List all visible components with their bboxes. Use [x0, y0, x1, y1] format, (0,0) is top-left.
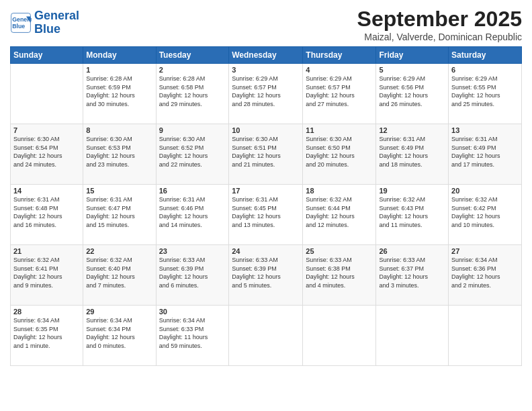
day-info: Sunrise: 6:31 AM Sunset: 6:47 PM Dayligh…: [86, 195, 152, 229]
title-section: September 2025 Maizal, Valverde, Dominic…: [357, 7, 522, 42]
calendar-cell: 3Sunrise: 6:29 AM Sunset: 6:57 PM Daylig…: [229, 64, 303, 124]
day-number: 18: [306, 187, 373, 195]
day-info: Sunrise: 6:30 AM Sunset: 6:51 PM Dayligh…: [232, 135, 300, 169]
logo-text-line1: General: [34, 9, 79, 23]
day-info: Sunrise: 6:33 AM Sunset: 6:37 PM Dayligh…: [379, 256, 445, 289]
day-number: 7: [13, 126, 80, 134]
calendar-cell: 30Sunrise: 6:34 AM Sunset: 6:33 PM Dayli…: [156, 306, 229, 366]
logo: General Blue General Blue: [10, 9, 79, 36]
day-info: Sunrise: 6:32 AM Sunset: 6:43 PM Dayligh…: [379, 195, 445, 229]
day-info: Sunrise: 6:33 AM Sunset: 6:38 PM Dayligh…: [306, 256, 373, 289]
day-info: Sunrise: 6:32 AM Sunset: 6:42 PM Dayligh…: [451, 195, 519, 229]
day-number: 16: [159, 187, 226, 195]
calendar-cell: 16Sunrise: 6:31 AM Sunset: 6:46 PM Dayli…: [156, 185, 229, 245]
day-info: Sunrise: 6:31 AM Sunset: 6:45 PM Dayligh…: [232, 195, 300, 229]
day-number: 21: [13, 247, 80, 255]
logo-icon: General Blue: [10, 12, 32, 34]
calendar-cell: 19Sunrise: 6:32 AM Sunset: 6:43 PM Dayli…: [376, 185, 449, 245]
day-number: 9: [159, 126, 226, 134]
calendar-header-friday: Friday: [376, 47, 449, 64]
day-number: 15: [86, 187, 152, 195]
header: General Blue General Blue September 2025…: [10, 7, 522, 42]
calendar-cell: 27Sunrise: 6:34 AM Sunset: 6:36 PM Dayli…: [449, 245, 522, 306]
calendar-cell: 5Sunrise: 6:29 AM Sunset: 6:56 PM Daylig…: [376, 64, 449, 124]
calendar-cell: 24Sunrise: 6:33 AM Sunset: 6:39 PM Dayli…: [229, 245, 303, 306]
day-info: Sunrise: 6:32 AM Sunset: 6:41 PM Dayligh…: [13, 256, 80, 289]
day-info: Sunrise: 6:31 AM Sunset: 6:48 PM Dayligh…: [13, 195, 80, 229]
day-info: Sunrise: 6:32 AM Sunset: 6:40 PM Dayligh…: [86, 256, 152, 289]
calendar-cell: 20Sunrise: 6:32 AM Sunset: 6:42 PM Dayli…: [449, 185, 522, 245]
day-number: 25: [306, 247, 373, 255]
calendar-header-tuesday: Tuesday: [156, 47, 229, 64]
calendar-cell: 25Sunrise: 6:33 AM Sunset: 6:38 PM Dayli…: [303, 245, 376, 306]
calendar-cell: 8Sunrise: 6:30 AM Sunset: 6:53 PM Daylig…: [83, 124, 156, 185]
calendar-cell: [11, 64, 83, 124]
calendar-cell: 2Sunrise: 6:28 AM Sunset: 6:58 PM Daylig…: [156, 64, 229, 124]
calendar-cell: 12Sunrise: 6:31 AM Sunset: 6:49 PM Dayli…: [376, 124, 449, 185]
day-info: Sunrise: 6:34 AM Sunset: 6:33 PM Dayligh…: [159, 316, 226, 350]
calendar-header-wednesday: Wednesday: [229, 47, 303, 64]
calendar-cell: 17Sunrise: 6:31 AM Sunset: 6:45 PM Dayli…: [229, 185, 303, 245]
day-info: Sunrise: 6:31 AM Sunset: 6:49 PM Dayligh…: [451, 135, 519, 169]
calendar-cell: 29Sunrise: 6:34 AM Sunset: 6:34 PM Dayli…: [83, 306, 156, 366]
calendar-cell: 26Sunrise: 6:33 AM Sunset: 6:37 PM Dayli…: [376, 245, 449, 306]
day-info: Sunrise: 6:31 AM Sunset: 6:46 PM Dayligh…: [159, 195, 226, 229]
day-info: Sunrise: 6:30 AM Sunset: 6:50 PM Dayligh…: [306, 135, 373, 169]
calendar-week-3: 21Sunrise: 6:32 AM Sunset: 6:41 PM Dayli…: [11, 245, 522, 306]
day-info: Sunrise: 6:28 AM Sunset: 6:58 PM Dayligh…: [159, 75, 226, 108]
calendar-week-1: 7Sunrise: 6:30 AM Sunset: 6:54 PM Daylig…: [11, 124, 522, 185]
calendar-cell: 10Sunrise: 6:30 AM Sunset: 6:51 PM Dayli…: [229, 124, 303, 185]
month-title: September 2025: [357, 7, 522, 32]
calendar-header-monday: Monday: [83, 47, 156, 64]
page: General Blue General Blue September 2025…: [0, 0, 532, 411]
calendar-table: SundayMondayTuesdayWednesdayThursdayFrid…: [10, 46, 522, 366]
day-info: Sunrise: 6:30 AM Sunset: 6:53 PM Dayligh…: [86, 135, 152, 169]
day-number: 23: [159, 247, 226, 255]
day-info: Sunrise: 6:29 AM Sunset: 6:57 PM Dayligh…: [232, 75, 300, 108]
day-number: 27: [451, 247, 519, 255]
day-number: 3: [232, 66, 300, 74]
day-number: 28: [13, 308, 80, 316]
day-number: 22: [86, 247, 152, 255]
calendar-cell: 4Sunrise: 6:29 AM Sunset: 6:57 PM Daylig…: [303, 64, 376, 124]
day-info: Sunrise: 6:34 AM Sunset: 6:34 PM Dayligh…: [86, 316, 152, 350]
day-number: 2: [159, 66, 226, 74]
calendar-header-sunday: Sunday: [11, 47, 83, 64]
day-number: 17: [232, 187, 300, 195]
day-number: 10: [232, 126, 300, 134]
day-number: 13: [451, 126, 519, 134]
day-info: Sunrise: 6:30 AM Sunset: 6:54 PM Dayligh…: [13, 135, 80, 169]
calendar-cell: 1Sunrise: 6:28 AM Sunset: 6:59 PM Daylig…: [83, 64, 156, 124]
day-number: 12: [379, 126, 445, 134]
svg-text:Blue: Blue: [12, 23, 25, 30]
calendar-cell: 15Sunrise: 6:31 AM Sunset: 6:47 PM Dayli…: [83, 185, 156, 245]
calendar-cell: 13Sunrise: 6:31 AM Sunset: 6:49 PM Dayli…: [449, 124, 522, 185]
day-info: Sunrise: 6:34 AM Sunset: 6:36 PM Dayligh…: [451, 256, 519, 289]
day-number: 6: [451, 66, 519, 74]
day-info: Sunrise: 6:33 AM Sunset: 6:39 PM Dayligh…: [159, 256, 226, 289]
calendar-cell: [376, 306, 449, 366]
day-number: 20: [451, 187, 519, 195]
day-number: 14: [13, 187, 80, 195]
day-info: Sunrise: 6:29 AM Sunset: 6:56 PM Dayligh…: [379, 75, 445, 108]
calendar-cell: 21Sunrise: 6:32 AM Sunset: 6:41 PM Dayli…: [11, 245, 83, 306]
logo-text-line2: Blue: [34, 23, 79, 36]
day-info: Sunrise: 6:29 AM Sunset: 6:55 PM Dayligh…: [451, 75, 519, 108]
calendar-cell: [229, 306, 303, 366]
calendar-cell: 22Sunrise: 6:32 AM Sunset: 6:40 PM Dayli…: [83, 245, 156, 306]
day-number: 5: [379, 66, 445, 74]
calendar-cell: 6Sunrise: 6:29 AM Sunset: 6:55 PM Daylig…: [449, 64, 522, 124]
calendar-cell: 23Sunrise: 6:33 AM Sunset: 6:39 PM Dayli…: [156, 245, 229, 306]
calendar-cell: 14Sunrise: 6:31 AM Sunset: 6:48 PM Dayli…: [11, 185, 83, 245]
day-info: Sunrise: 6:32 AM Sunset: 6:44 PM Dayligh…: [306, 195, 373, 229]
day-number: 4: [306, 66, 373, 74]
day-info: Sunrise: 6:28 AM Sunset: 6:59 PM Dayligh…: [86, 75, 152, 108]
calendar-week-2: 14Sunrise: 6:31 AM Sunset: 6:48 PM Dayli…: [11, 185, 522, 245]
day-number: 11: [306, 126, 373, 134]
day-number: 30: [159, 308, 226, 316]
calendar-cell: 11Sunrise: 6:30 AM Sunset: 6:50 PM Dayli…: [303, 124, 376, 185]
day-number: 8: [86, 126, 152, 134]
day-number: 19: [379, 187, 445, 195]
calendar-cell: 28Sunrise: 6:34 AM Sunset: 6:35 PM Dayli…: [11, 306, 83, 366]
day-number: 29: [86, 308, 152, 316]
